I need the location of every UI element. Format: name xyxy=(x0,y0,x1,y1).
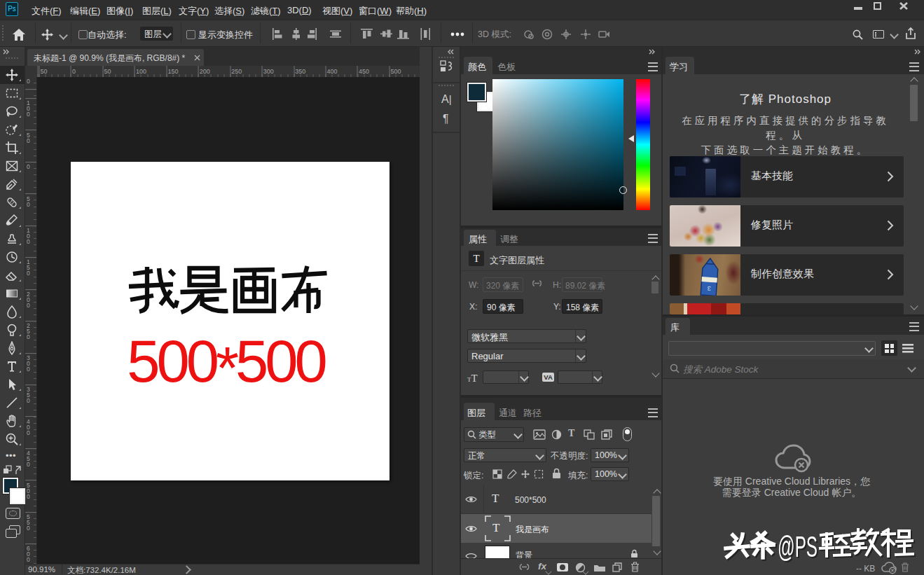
svg-text:3: 3 xyxy=(707,285,711,292)
svg-text:@PS: @PS xyxy=(778,529,818,563)
